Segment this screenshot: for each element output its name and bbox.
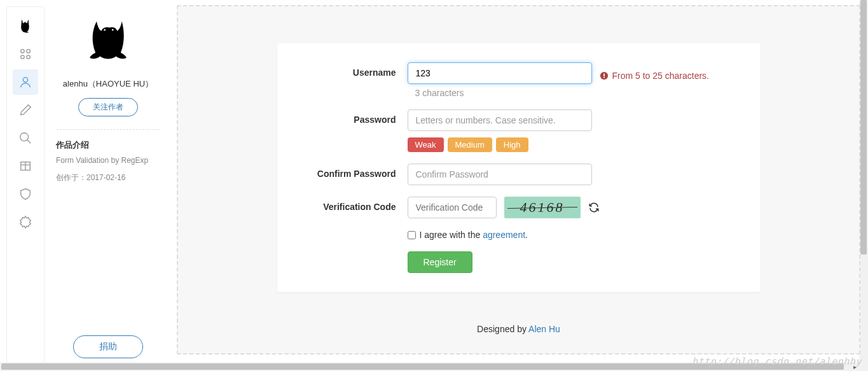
svg-point-2 — [21, 55, 25, 59]
logo-icon[interactable] — [13, 13, 38, 39]
password-input[interactable] — [408, 109, 592, 131]
agree-checkbox[interactable] — [408, 231, 416, 239]
agreement-link[interactable]: agreement — [483, 230, 525, 240]
username-error: From 5 to 25 characters. — [600, 62, 710, 84]
refresh-icon[interactable] — [588, 202, 600, 213]
svg-point-3 — [27, 55, 31, 59]
search-icon[interactable] — [13, 125, 38, 151]
donate-button[interactable]: 捐助 — [73, 335, 143, 358]
intro-subtitle: Form Validation by RegExp — [56, 156, 148, 165]
mini-sidebar — [6, 6, 45, 365]
password-label: Password — [296, 109, 408, 125]
username-label: Username — [296, 62, 408, 78]
grid-icon[interactable] — [13, 41, 38, 67]
avatar — [79, 13, 137, 70]
follow-button[interactable]: 关注作者 — [78, 98, 138, 116]
watermark: http://blog.csdn.net/alenhhy — [692, 356, 862, 367]
username-input[interactable] — [408, 62, 592, 84]
verification-input[interactable] — [408, 197, 497, 218]
badge-high: High — [496, 137, 528, 152]
footer-text: Designed by Alen Hu — [178, 324, 859, 334]
gear-icon[interactable] — [13, 209, 38, 235]
preview-box: Username From 5 to 25 characters. 3 char… — [177, 5, 860, 354]
svg-point-7 — [104, 29, 106, 31]
svg-point-1 — [27, 50, 31, 53]
svg-point-4 — [23, 78, 27, 82]
author-name: alenhu（HAOYUE HU） — [63, 78, 153, 90]
pencil-icon[interactable] — [13, 97, 38, 123]
footer-link[interactable]: Alen Hu — [528, 324, 560, 334]
user-icon[interactable] — [13, 69, 38, 95]
confirm-input[interactable] — [408, 164, 592, 185]
badge-weak: Weak — [408, 137, 444, 152]
intro-date: 创作于：2017-02-16 — [56, 172, 125, 183]
svg-rect-10 — [603, 74, 605, 76]
svg-point-0 — [21, 50, 25, 53]
username-error-text: From 5 to 25 characters. — [612, 71, 710, 81]
agree-text: I agree with the agreement. — [420, 230, 528, 240]
confirm-label: Confirm Password — [296, 164, 408, 179]
username-hint: 3 characters — [415, 88, 741, 98]
strength-badges: Weak Medium High — [408, 137, 741, 152]
form-card: Username From 5 to 25 characters. 3 char… — [277, 43, 761, 292]
error-icon — [600, 71, 609, 80]
svg-point-8 — [112, 29, 114, 31]
svg-point-5 — [20, 133, 29, 141]
book-icon[interactable] — [13, 153, 38, 179]
badge-medium: Medium — [448, 137, 492, 152]
intro-title: 作品介绍 — [56, 139, 89, 151]
profile-sidebar: alenhu（HAOYUE HU） 关注作者 作品介绍 Form Validat… — [45, 0, 172, 371]
register-button[interactable]: Register — [408, 251, 472, 273]
captcha-image: 46168 — [504, 197, 581, 218]
verification-label: Verification Code — [296, 197, 408, 212]
divider — [57, 129, 160, 130]
main-area: Username From 5 to 25 characters. 3 char… — [172, 0, 868, 371]
shield-icon[interactable] — [13, 181, 38, 207]
svg-rect-11 — [603, 77, 605, 78]
